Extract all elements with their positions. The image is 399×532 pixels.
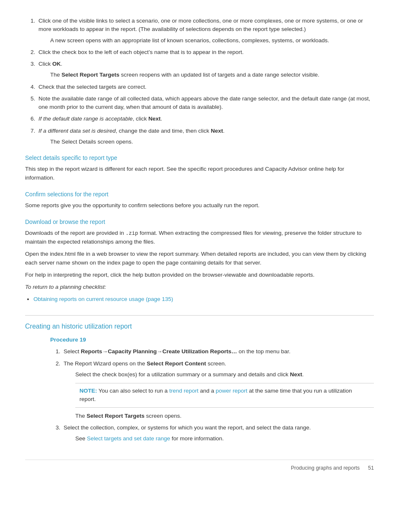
- list-item-1-subpara: A new screen opens with an appropriate l…: [50, 36, 374, 45]
- list-item-7: If a different data set is desired, chan…: [37, 127, 374, 146]
- list-item-3-subpara: The Select Report Targets screen reopens…: [50, 71, 374, 79]
- list-item-6-text: If the default date range is acceptable,…: [38, 116, 162, 122]
- procedure-step-2: The Report Wizard opens on the Select Re…: [62, 360, 374, 420]
- procedure-step-3-text: Select the collection, complex, or syste…: [64, 424, 311, 431]
- procedure-step-1-text: Select Reports→Capacity Planning→Create …: [64, 348, 290, 355]
- download-browse-bullets: Obtaining reports on current resource us…: [25, 295, 374, 303]
- list-item-1: Click one of the visible links to select…: [37, 17, 374, 45]
- obtaining-reports-link[interactable]: Obtaining reports on current resource us…: [33, 296, 173, 302]
- select-targets-link[interactable]: Select targets and set date range: [87, 435, 170, 442]
- main-numbered-list: Click one of the visible links to select…: [25, 17, 374, 146]
- list-item-3: Click OK. The Select Report Targets scre…: [37, 60, 374, 80]
- list-item-5-text: Note the available date range of all col…: [38, 95, 370, 110]
- list-item-4: Check that the selected targets are corr…: [37, 83, 374, 91]
- list-item-6: If the default date range is acceptable,…: [37, 115, 374, 123]
- list-item-5: Note the available date range of all col…: [37, 95, 374, 112]
- note-label: NOTE:: [79, 388, 97, 394]
- select-details-paragraph: This step in the report wizard is differ…: [25, 165, 374, 182]
- download-browse-return: To return to a planning checklist:: [25, 283, 374, 292]
- procedure-step-2-after-note: The Select Report Targets screen opens.: [75, 412, 374, 420]
- footer-page-number: 51: [368, 464, 374, 472]
- download-browse-para3: For help in interpreting the report, cli…: [25, 271, 374, 280]
- trend-report-link[interactable]: trend report: [169, 388, 199, 394]
- list-item-1-text: Click one of the visible links to select…: [38, 18, 363, 32]
- footer-text: Producing graphs and reports: [291, 464, 360, 472]
- procedure-label: Procedure 19: [50, 336, 374, 344]
- procedure-step-2-sub: Select the check box(es) for a utilizati…: [75, 370, 374, 379]
- confirm-selections-paragraph: Some reports give you the opportunity to…: [25, 201, 374, 210]
- procedure-list: Select Reports→Capacity Planning→Create …: [50, 347, 374, 443]
- procedure-step-1: Select Reports→Capacity Planning→Create …: [62, 347, 374, 356]
- list-item-4-text: Check that the selected targets are corr…: [38, 84, 146, 90]
- list-item-2: Click the check box to the left of each …: [37, 48, 374, 57]
- note-text: You can also select to run a trend repor…: [79, 388, 352, 402]
- download-browse-heading: Download or browse the report: [25, 218, 374, 226]
- procedure-step-3: Select the collection, complex, or syste…: [62, 424, 374, 443]
- download-browse-para2: Open the index.html file in a web browse…: [25, 250, 374, 267]
- confirm-selections-heading: Confirm selections for the report: [25, 190, 374, 199]
- note-box-wrapper: NOTE: You can also select to run a trend…: [75, 383, 374, 408]
- download-browse-para1: Downloads of the report are provided in …: [25, 229, 374, 247]
- note-box: NOTE: You can also select to run a trend…: [75, 383, 374, 408]
- bullet-item-1: Obtaining reports on current resource us…: [33, 295, 374, 303]
- list-item-2-text: Click the check box to the left of each …: [38, 49, 244, 55]
- procedure-step-2-text: The Report Wizard opens on the Select Re…: [64, 360, 226, 367]
- list-item-3-text: Click OK.: [38, 61, 62, 67]
- power-report-link[interactable]: power report: [216, 388, 248, 394]
- select-details-heading: Select details specific to report type: [25, 154, 374, 162]
- procedure-step-3-sub: See Select targets and set date range fo…: [75, 434, 374, 443]
- content-area: Click one of the visible links to select…: [25, 17, 374, 472]
- list-item-7-subpara: The Select Details screen opens.: [50, 138, 374, 146]
- footer: Producing graphs and reports 51: [25, 460, 374, 472]
- creating-historic-heading: Creating an historic utilization report: [25, 315, 374, 332]
- list-item-7-text: If a different data set is desired, chan…: [38, 128, 225, 134]
